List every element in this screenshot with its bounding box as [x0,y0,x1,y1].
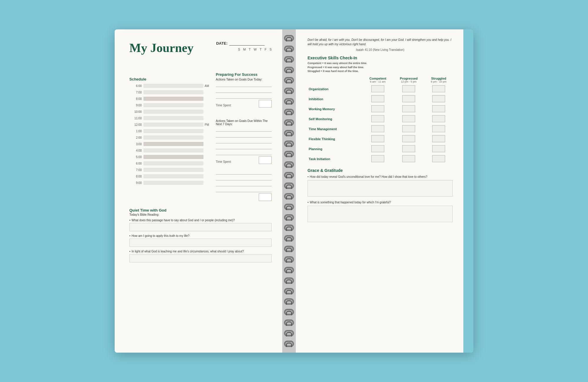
ti-struggled[interactable] [425,154,453,164]
day-w: W [254,48,257,51]
schedule-section: Schedule 6:00 AM 7:00 8:00 [129,72,211,204]
spiral-ring [284,224,294,231]
quiet-question-2: How am I going to apply this truth to my… [129,234,272,237]
time-spent-box-2[interactable] [259,156,272,164]
pl-competent[interactable] [363,144,393,154]
spiral-binding [282,29,296,353]
ti-progressed[interactable] [393,154,425,164]
schedule-row: 5:00 [129,154,211,160]
extra-line-2[interactable] [216,176,272,180]
time-bar [143,135,203,140]
legend: Competent = It was easy almost the entir… [308,61,453,73]
quiet-answer-1[interactable] [129,223,272,231]
org-progressed[interactable] [393,84,425,94]
spiral-ring [284,67,294,73]
notebook: My Journey DATE: S M T W T F S Schedule … [115,29,473,353]
quiet-answer-2[interactable] [129,239,272,247]
schedule-row: 6:00 [129,160,211,167]
extra-line-4[interactable] [216,187,272,192]
time-bar [143,123,203,127]
schedule-row: 10:00 [129,108,211,115]
spiral-ring [284,161,294,168]
inh-progressed[interactable] [393,94,425,104]
time-400: 4:00 [129,149,143,152]
quiet-title: Quiet Time with God [129,208,272,212]
time-spent-box-1[interactable] [259,100,272,108]
time-600pm: 6:00 [129,162,143,165]
skill-inhibition: Inhibition [308,94,363,104]
extra-line-3[interactable] [216,182,272,186]
scripture-reference: Isaiah 41:10 (New Living Translation) [308,48,453,51]
spiral-ring [284,298,294,305]
time-bar [143,97,203,101]
legend-struggled: Struggled = It was hard most of the time… [308,70,359,73]
quiet-answer-3[interactable] [129,254,272,262]
exec-table: Competent 6 am - 11 am Progressed 12 pm … [308,76,453,164]
time-bar [143,129,203,133]
ft-competent[interactable] [363,134,393,144]
quiet-question-1: What does this passage have to say about… [129,219,272,222]
spiral-ring [284,319,294,326]
day-t2: T [260,48,262,51]
wm-competent[interactable] [363,104,393,114]
goal-7day-line-2[interactable] [216,133,272,138]
org-struggled[interactable] [425,84,453,94]
schedule-row: 6:00 AM [129,83,211,89]
sm-struggled[interactable] [425,114,453,124]
org-competent[interactable] [363,84,393,94]
date-input[interactable] [229,41,265,46]
schedule-row: 12:00 PM [129,121,211,128]
spiral-ring [284,341,294,347]
goal-7day-line-3[interactable] [216,139,272,143]
schedule-row: 8:00 [129,173,211,180]
time-bar [143,142,203,146]
wm-struggled[interactable] [425,104,453,114]
schedule-row: 7:00 [129,167,211,173]
tm-progressed[interactable] [393,124,425,134]
goal-line-3[interactable] [216,94,272,99]
quiet-section: Quiet Time with God Today's Bible Readin… [129,208,272,262]
tm-competent[interactable] [363,124,393,134]
time-bar [143,181,203,185]
table-row: Time Management [308,124,453,134]
time-600: 6:00 [129,84,143,88]
pl-struggled[interactable] [425,144,453,154]
date-line: DATE: [216,41,265,46]
right-page: Don't be afraid, for I am with you. Don'… [296,29,463,353]
pl-progressed[interactable] [393,144,425,154]
goal-7day-line-5[interactable] [216,150,272,155]
time-bar [143,161,203,165]
inh-struggled[interactable] [425,94,453,104]
skill-planning: Planning [308,144,363,154]
goal-line-2[interactable] [216,88,272,93]
time-bar [143,116,203,120]
ft-struggled[interactable] [425,134,453,144]
goal-7day-line-1[interactable] [216,127,272,132]
extra-line-1[interactable] [216,170,272,175]
grace-answer-2[interactable] [308,206,453,222]
spiral-ring [284,309,294,315]
table-row: Self Monitoring [308,114,453,124]
spiral-ring [284,256,294,263]
grace-answer-1[interactable] [308,180,453,197]
tm-struggled[interactable] [425,124,453,134]
spiral-ring [284,246,294,252]
wm-progressed[interactable] [393,104,425,114]
ft-progressed[interactable] [393,134,425,144]
goals-7days: Actions Taken on Goals Due Within The Ne… [216,119,272,204]
time-spent-box-3[interactable] [259,193,272,201]
spiral-ring [284,35,294,41]
goal-7day-line-4[interactable] [216,145,272,149]
sm-competent[interactable] [363,114,393,124]
spiral-ring [284,204,294,210]
table-row: Inhibition [308,94,453,104]
spiral-ring [284,151,294,157]
sm-progressed[interactable] [393,114,425,124]
date-label: DATE: [216,41,228,46]
skill-flexible-thinking: Flexible Thinking [308,134,363,144]
time-200: 2:00 [129,136,143,139]
inh-competent[interactable] [363,94,393,104]
goal-line-1[interactable] [216,82,272,87]
ti-competent[interactable] [363,154,393,164]
time-100: 1:00 [129,130,143,133]
